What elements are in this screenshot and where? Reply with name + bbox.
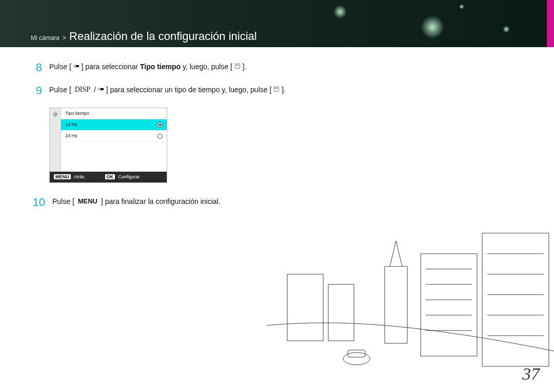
svg-rect-1	[76, 65, 79, 67]
lens-flare-icon	[333, 5, 347, 18]
gear-icon	[52, 111, 58, 117]
text: ] para seleccionar un tipo de tiempo y, …	[106, 86, 272, 94]
camera-ok-hint: OK Configurar	[105, 174, 140, 180]
svg-point-14	[343, 353, 370, 365]
step-number: 8	[31, 61, 42, 73]
ok-key-icon: OK	[234, 63, 241, 69]
svg-rect-0	[74, 65, 75, 67]
chevron-right-icon: >	[63, 34, 66, 42]
text: ].	[243, 63, 247, 71]
option-label: 12 Hs	[65, 121, 77, 128]
ok-tag: OK	[105, 174, 115, 179]
nav-keys-icon	[73, 63, 80, 69]
camera-option-24h[interactable]: 24 Hs	[61, 131, 167, 142]
step-body: Pulse [ DISP / ] para seleccionar un tip…	[49, 85, 318, 96]
text: Pulse [	[52, 197, 74, 205]
lens-flare-icon	[421, 15, 444, 39]
decorative-illustration	[267, 218, 554, 392]
camera-blank-area	[61, 142, 167, 172]
label-bold: Tipo tiempo	[140, 63, 181, 71]
step-number: 10	[31, 196, 45, 208]
svg-text:OK: OK	[236, 64, 239, 67]
radio-selected-icon	[157, 122, 163, 128]
svg-rect-9	[287, 274, 323, 341]
svg-rect-11	[385, 266, 407, 343]
camera-menu-title: Tipo tiempo	[61, 108, 167, 119]
menu-key: MENU	[76, 198, 99, 204]
step-8: 8 Pulse [ ] para seleccionar Tipo tiempo…	[31, 61, 318, 73]
lens-flare-icon	[459, 4, 464, 9]
camera-sidebar	[50, 108, 61, 172]
step-body: Pulse [ ] para seleccionar Tipo tiempo y…	[49, 61, 318, 73]
menu-tag: MENU	[54, 174, 71, 179]
camera-footer: MENU Atrás OK Configurar	[50, 172, 167, 182]
svg-rect-13	[482, 233, 549, 366]
nav-keys-icon	[98, 86, 104, 92]
step-9: 9 Pulse [ DISP / ] para seleccionar un t…	[31, 85, 318, 96]
disp-key: DISP	[73, 86, 92, 93]
step-body: Pulse [ MENU ] para finalizar la configu…	[52, 196, 318, 208]
text: ] para seleccionar	[82, 63, 140, 71]
svg-rect-4	[98, 88, 100, 90]
radio-unselected-icon	[157, 134, 163, 139]
text: ].	[282, 86, 286, 94]
page-title: Realización de la configuración inicial	[69, 30, 257, 43]
breadcrumb-section: Mi cámara	[31, 34, 60, 42]
text: Pulse [	[49, 86, 71, 94]
lens-flare-icon	[503, 26, 510, 33]
camera-menu-preview: Tipo tiempo 12 Hs 24 Hs MENU Atrás OK Co…	[49, 108, 167, 183]
text: /	[94, 86, 96, 94]
svg-point-8	[54, 113, 56, 115]
camera-back-hint: MENU Atrás	[54, 174, 85, 180]
step-number: 9	[31, 85, 42, 96]
svg-rect-15	[348, 350, 365, 357]
back-label: Atrás	[74, 174, 85, 179]
page-number: 37	[522, 364, 540, 384]
svg-rect-12	[421, 254, 477, 356]
breadcrumb: Mi cámara > Realización de la configurac…	[31, 30, 257, 43]
text: y, luego, pulse [	[183, 63, 232, 71]
ok-key-icon: OK	[273, 86, 280, 92]
text: Pulse [	[49, 63, 71, 71]
svg-rect-10	[328, 284, 354, 341]
option-label: 24 Hs	[65, 133, 77, 139]
step-10: 10 Pulse [ MENU ] para finalizar la conf…	[31, 196, 318, 208]
instructions: 8 Pulse [ ] para seleccionar Tipo tiempo…	[31, 61, 318, 219]
text: ] para finalizar la configuración inicia…	[101, 197, 221, 205]
ok-label: Configurar	[118, 174, 140, 179]
camera-option-12h[interactable]: 12 Hs	[61, 119, 167, 131]
svg-text:OK: OK	[275, 87, 278, 90]
svg-rect-5	[101, 88, 104, 90]
